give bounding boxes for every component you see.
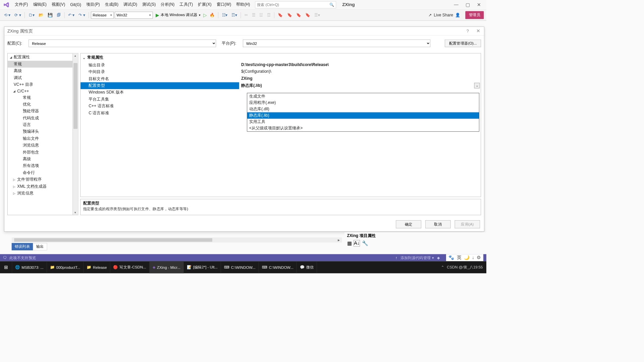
tree-ccpp-extinc[interactable]: 外部包含: [8, 149, 72, 156]
scroll-up-icon[interactable]: ▴: [74, 53, 77, 58]
tree-vcdir[interactable]: VC++ 目录: [8, 81, 72, 88]
minimize-button[interactable]: —: [454, 2, 459, 8]
tree-ccpp-codegen[interactable]: 代码生成: [8, 115, 72, 121]
dd-opt-exe[interactable]: 应用程序(.exe): [247, 100, 479, 106]
moon-icon[interactable]: 🌙: [464, 255, 470, 260]
undo-icon[interactable]: ↶ ▾: [67, 12, 76, 18]
local-debugger-button[interactable]: ▶本地 Windows 调试器▾: [154, 12, 202, 18]
open-icon[interactable]: 📂: [37, 12, 45, 18]
dd-opt-makefile[interactable]: 生成文件: [247, 93, 479, 100]
system-tray[interactable]: ⌃ CSDN @/黄_八19:55: [437, 265, 486, 269]
wrench-icon[interactable]: 🔧: [362, 240, 368, 246]
prop-target-val[interactable]: ZXing: [239, 75, 481, 82]
liveshare-icon[interactable]: ↗: [428, 13, 432, 17]
close-button[interactable]: ✕: [477, 2, 481, 8]
menu-debug[interactable]: 调试(D): [121, 1, 140, 8]
task-cmd2[interactable]: ⌨C:\WINDOW...: [259, 261, 297, 273]
categories-icon[interactable]: ▦: [347, 240, 352, 246]
menu-build[interactable]: 生成(B): [102, 1, 121, 8]
liveshare-button[interactable]: Live Share: [434, 13, 453, 17]
tree-debug[interactable]: 调试: [8, 74, 72, 81]
menu-tools[interactable]: 工具(T): [177, 1, 196, 8]
prop-cfgtype-name[interactable]: 配置类型: [80, 82, 239, 89]
menu-view[interactable]: 视图(V): [49, 1, 67, 8]
repo-icon[interactable]: ◆: [437, 255, 440, 260]
user-icon[interactable]: 👤: [455, 13, 460, 17]
tree-ccpp-general[interactable]: 常规: [8, 94, 72, 101]
tb-misc2-icon[interactable]: ☶▾: [230, 12, 239, 18]
gear-icon[interactable]: ⚙: [477, 255, 481, 260]
tree-ccpp-lang[interactable]: 语言: [8, 121, 72, 128]
prop-winsdk-name[interactable]: Windows SDK 版本: [80, 89, 239, 96]
tree-root[interactable]: ◢配置属性: [8, 54, 72, 61]
save-icon[interactable]: 💾: [46, 12, 54, 18]
tree-ccpp-preproc[interactable]: 预处理器: [8, 108, 72, 115]
back-icon[interactable]: ⟲ ▾: [3, 12, 12, 18]
task-wechat[interactable]: 💬微信: [297, 261, 317, 273]
quick-search[interactable]: 🔍: [255, 1, 336, 8]
task-ultraedit[interactable]: 📝[编辑2*] - Ult...: [184, 261, 221, 273]
prop-cfgtype-val[interactable]: 静态库(.lib)⌄: [239, 82, 481, 89]
platform-dropdown[interactable]: Win32▾: [115, 11, 153, 18]
config-dropdown[interactable]: Release▾: [91, 11, 114, 18]
tray-chevron-icon[interactable]: ⌃: [441, 265, 444, 270]
cfgtype-dropdown[interactable]: 生成文件 应用程序(.exe) 动态库(.dll) 静态库(.lib) 实用工具…: [247, 93, 479, 132]
menu-help[interactable]: 帮助(H): [234, 1, 253, 8]
platform-select[interactable]: Win32: [243, 40, 430, 47]
menu-project[interactable]: 项目(P): [84, 1, 102, 8]
save-all-icon[interactable]: 🗐: [55, 12, 62, 18]
task-chrome[interactable]: 🔴写文章-CSDN...: [110, 261, 149, 273]
tree-ccpp-adv[interactable]: 高级: [8, 156, 72, 162]
ime-panel[interactable]: 🐾 英 🌙 ↓ ⚙: [446, 254, 483, 261]
tree-ccpp-browse[interactable]: 浏览信息: [8, 142, 72, 149]
menu-window[interactable]: 窗口(W): [214, 1, 234, 8]
tree-xmldoc[interactable]: ▷XML 文档生成器: [8, 183, 72, 190]
property-tree[interactable]: ◢配置属性 常规 高级 调试 VC++ 目录 ◢C/C++ 常规 优化 预处理器…: [7, 53, 78, 215]
alpha-sort-icon[interactable]: A↓: [354, 240, 360, 246]
document-scrollbar[interactable]: ▸: [12, 237, 342, 242]
menu-extensions[interactable]: 扩展(X): [196, 1, 214, 8]
prop-outputdir-name[interactable]: 输出目录: [80, 62, 239, 68]
task-folder1[interactable]: 📁000productT...: [47, 261, 84, 273]
chevron-down-icon[interactable]: ⌄: [474, 83, 480, 88]
dialog-help-icon[interactable]: ?: [467, 28, 469, 34]
scroll-thumb[interactable]: [73, 63, 77, 129]
source-control-button[interactable]: 添加到源代码管理 ▾: [400, 255, 434, 260]
forward-icon[interactable]: ⟳ ▾: [13, 12, 22, 18]
dd-opt-dll[interactable]: 动态库(.dll): [247, 106, 479, 112]
redo-icon[interactable]: ↷ ▾: [77, 12, 87, 18]
dialog-close-icon[interactable]: ✕: [476, 28, 480, 34]
config-select[interactable]: Release: [29, 40, 216, 47]
menu-test[interactable]: 测试(S): [140, 1, 158, 8]
tree-ccpp-cmd[interactable]: 命令行: [8, 169, 72, 176]
tree-ccpp-output[interactable]: 输出文件: [8, 135, 72, 142]
tree-ccpp-all[interactable]: 所有选项: [8, 163, 72, 169]
dd-opt-inherit[interactable]: <从父级或项目默认设置继承>: [247, 125, 479, 131]
dd-opt-util[interactable]: 实用工具: [247, 119, 479, 125]
menu-edit[interactable]: 编辑(E): [31, 1, 49, 8]
play-outline-icon[interactable]: ▷: [203, 12, 207, 18]
tree-scrollbar[interactable]: ▴ ▾: [72, 53, 78, 215]
task-cmd1[interactable]: ⌨C:\WINDOW...: [221, 261, 259, 273]
tree-ccpp[interactable]: ◢C/C++: [8, 88, 72, 94]
tree-ccpp-pch[interactable]: 预编译头: [8, 128, 72, 135]
cancel-button[interactable]: 取消: [425, 220, 451, 228]
hot-reload-icon[interactable]: 🔥: [208, 12, 216, 18]
tree-browse[interactable]: ▷浏览信息: [8, 190, 72, 196]
dd-opt-lib[interactable]: 静态库(.lib): [247, 112, 479, 119]
prop-intdir-val[interactable]: $(Configuration)\: [239, 69, 481, 75]
section-header[interactable]: ⌄常规属性: [80, 53, 481, 62]
menu-file[interactable]: 文件(F): [12, 1, 31, 8]
maximize-button[interactable]: ▢: [466, 2, 470, 8]
tab-output[interactable]: 输出: [33, 243, 47, 250]
bookmark-icon[interactable]: 🔖: [276, 12, 284, 18]
ok-button[interactable]: 确定: [396, 220, 421, 228]
prop-intdir-name[interactable]: 中间目录: [80, 69, 239, 75]
task-edge[interactable]: 🌐MSB3073: ...: [12, 261, 47, 273]
config-manager-button[interactable]: 配置管理器(O)...: [445, 40, 481, 47]
scroll-down-icon[interactable]: ▾: [74, 210, 77, 215]
prop-outputdir-val[interactable]: D:\test\zxing-cpp-master3\build\core\Rel…: [239, 62, 481, 68]
search-input[interactable]: [257, 3, 330, 7]
task-folder2[interactable]: 📁Release: [84, 261, 110, 273]
new-project-icon[interactable]: 🗋▾: [27, 12, 36, 18]
